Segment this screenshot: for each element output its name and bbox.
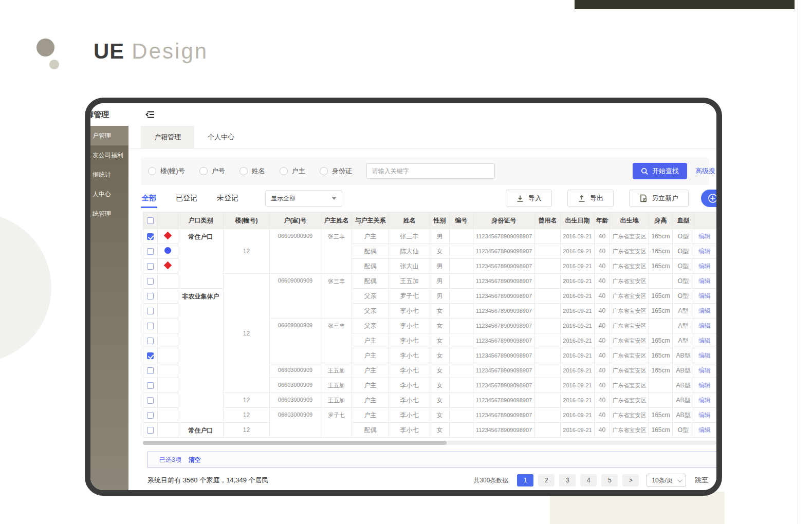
edit-link[interactable]: 编辑	[698, 411, 711, 419]
page-button[interactable]: 2	[538, 474, 555, 486]
cell-relation: 配偶	[352, 423, 389, 438]
edit-link[interactable]: 编辑	[698, 352, 711, 359]
page-button[interactable]: 1	[517, 474, 533, 486]
cell-select	[143, 289, 158, 304]
add-button[interactable]: 新	[701, 190, 716, 207]
cell-marker	[158, 229, 178, 244]
row-checkbox[interactable]	[147, 382, 154, 389]
edit-link[interactable]: 编辑	[698, 426, 711, 434]
cell-id-no: 112345678909098907	[473, 393, 535, 408]
edit-link[interactable]: 编辑	[698, 233, 711, 240]
cell-blood: A型	[673, 333, 694, 348]
filter-radio[interactable]: 姓名	[239, 166, 265, 176]
edit-link[interactable]: 编辑	[698, 277, 711, 285]
cell-marker	[158, 423, 178, 438]
decor-top-bar	[575, 0, 795, 9]
sidebar-item[interactable]: 户管理	[90, 126, 128, 145]
column-header: 曾用名	[535, 212, 561, 229]
cell-height: 165cm	[649, 304, 673, 319]
row-checkbox[interactable]	[147, 248, 154, 255]
filter-radio[interactable]: 户号	[199, 166, 225, 176]
cell-birth: 2016-09-21	[561, 363, 595, 378]
cell-house-no: 06603000909	[270, 363, 321, 378]
edit-link[interactable]: 编辑	[698, 307, 711, 314]
export-button[interactable]: 导出	[567, 190, 614, 207]
cell-id-no: 112345678909098907	[473, 378, 535, 393]
row-checkbox[interactable]	[147, 352, 154, 359]
cell-id-no: 112345678909098907	[473, 229, 535, 244]
cell-birth: 2016-09-21	[561, 408, 595, 423]
clear-selection-link[interactable]: 清空	[189, 456, 201, 464]
view-tab[interactable]: 未登记	[216, 191, 239, 206]
cell-house-no: 06603000909	[270, 408, 321, 438]
sidebar-item[interactable]: 统管理	[90, 204, 128, 223]
cell-house-no: 06609000909	[270, 229, 321, 274]
collapse-menu-icon[interactable]	[144, 110, 156, 119]
edit-link[interactable]: 编辑	[698, 367, 711, 374]
cell-blood: O型	[673, 423, 694, 438]
edit-link[interactable]: 编辑	[698, 292, 711, 300]
page-size-select[interactable]: 10条/页	[647, 474, 686, 487]
edit-link[interactable]: 编辑	[698, 337, 711, 344]
cell-relation: 户主	[352, 393, 389, 408]
page: UEDesign 簿管理 户管理发公司福利据统计人中心统管理 户籍管理 个人中心	[0, 0, 812, 524]
keyword-input[interactable]	[366, 163, 495, 179]
new-household-button[interactable]: 另立新户	[629, 190, 689, 207]
search-button[interactable]: 开始查找	[633, 163, 687, 179]
scrollbar-thumb[interactable]	[143, 441, 447, 445]
sidebar-item[interactable]: 发公司福利	[90, 145, 128, 165]
view-tab[interactable]: 已登记	[175, 191, 198, 206]
page-button[interactable]: 4	[580, 474, 597, 486]
row-checkbox[interactable]	[147, 367, 154, 374]
cell-relation: 户主	[352, 378, 389, 393]
cell-blood: AB型	[673, 348, 694, 363]
tab-personal-center[interactable]: 个人中心	[194, 126, 248, 148]
row-checkbox[interactable]	[147, 427, 154, 434]
selected-count-text: 已选3项	[159, 456, 181, 464]
filter-radio[interactable]: 户主	[280, 166, 305, 176]
show-filter-select[interactable]: 显示全部	[265, 190, 342, 207]
cell-sn	[450, 229, 473, 244]
cell-former	[535, 423, 561, 438]
edit-link[interactable]: 编辑	[698, 248, 711, 255]
view-tab[interactable]: 全部	[141, 191, 157, 206]
advanced-search-link[interactable]: 高级搜	[695, 166, 715, 176]
page-button[interactable]: 3	[559, 474, 576, 486]
cell-sn	[450, 393, 473, 408]
cell-id-no: 112345678909098907	[473, 423, 535, 438]
cell-former	[535, 348, 561, 363]
row-checkbox[interactable]	[147, 293, 154, 300]
row-checkbox[interactable]	[147, 278, 154, 285]
column-header: 户(室)号	[270, 212, 321, 229]
jump-to-label: 跳至	[695, 476, 708, 485]
sidebar-item[interactable]: 据统计	[90, 165, 128, 184]
import-button[interactable]: 导入	[506, 190, 552, 207]
column-header: 编号	[450, 212, 473, 229]
edit-link[interactable]: 编辑	[698, 263, 711, 270]
row-checkbox[interactable]	[147, 263, 154, 270]
tab-household-registry[interactable]: 户籍管理	[141, 126, 194, 148]
cell-birthplace: 广东省宝安区	[610, 319, 649, 333]
row-checkbox[interactable]	[147, 233, 154, 240]
cell-blood: AB型	[673, 363, 694, 378]
select-all-checkbox[interactable]	[147, 217, 154, 224]
row-checkbox[interactable]	[147, 323, 154, 329]
filter-panel: 楼(幢)号户号姓名户主身份证 开始查找 高级搜	[141, 157, 709, 185]
filter-radio[interactable]: 楼(幢)号	[148, 166, 185, 176]
edit-link[interactable]: 编辑	[698, 382, 711, 389]
sidebar-item[interactable]: 人中心	[90, 184, 128, 204]
row-checkbox[interactable]	[147, 412, 154, 419]
row-checkbox[interactable]	[147, 338, 154, 344]
cell-id-no: 112345678909098907	[473, 244, 535, 259]
row-checkbox[interactable]	[147, 308, 154, 314]
cell-former	[535, 259, 561, 274]
next-page-button[interactable]: >	[622, 474, 639, 486]
edit-link[interactable]: 编辑	[698, 397, 711, 404]
filter-radio[interactable]: 身份证	[320, 166, 352, 176]
radio-circle-icon	[280, 167, 288, 175]
row-checkbox[interactable]	[147, 397, 154, 404]
page-button[interactable]: 5	[601, 474, 618, 486]
cell-marker	[158, 274, 178, 289]
cell-age: 40	[595, 408, 610, 423]
edit-link[interactable]: 编辑	[698, 322, 711, 329]
